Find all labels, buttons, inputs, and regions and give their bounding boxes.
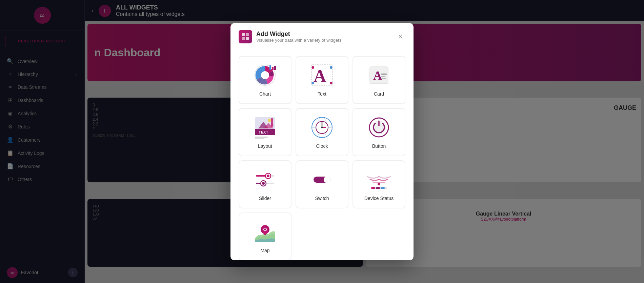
clock-widget-icon — [310, 116, 334, 139]
svg-point-5 — [261, 71, 269, 79]
widget-card-slider[interactable]: Slider — [239, 160, 291, 208]
svg-point-12 — [311, 82, 314, 84]
map-widget-icon — [253, 220, 277, 244]
widget-grid: Chart A — [239, 56, 405, 260]
svg-point-27 — [271, 124, 274, 127]
svg-point-48 — [262, 182, 265, 185]
svg-rect-8 — [274, 66, 276, 70]
modal-subtitle: Visualise your data with a variety of wi… — [256, 38, 341, 43]
modal-close-button[interactable]: × — [395, 32, 405, 42]
svg-rect-17 — [381, 74, 387, 75]
widget-card-switch[interactable]: Switch — [296, 160, 348, 208]
clock-label: Clock — [316, 143, 328, 149]
svg-text:A: A — [373, 69, 382, 82]
svg-rect-1 — [246, 33, 249, 36]
layout-widget-icon: TEXT — [253, 116, 277, 139]
svg-rect-7 — [272, 67, 274, 70]
svg-rect-26 — [271, 118, 273, 125]
modal-title-group: Add Widget Visualise your data with a va… — [256, 31, 341, 43]
text-widget-icon: A — [310, 63, 334, 87]
slider-widget-icon — [253, 168, 277, 191]
svg-text:TEXT: TEXT — [259, 130, 268, 134]
widget-card-chart[interactable]: Chart — [239, 56, 291, 104]
text-label: Text — [318, 91, 326, 97]
widget-card-text[interactable]: A Text — [296, 56, 348, 104]
map-label: Map — [260, 248, 269, 253]
widget-card-device-status[interactable]: Device Status — [353, 160, 405, 208]
chart-label: Chart — [259, 91, 271, 97]
main-content: ‹ f ALL WIDGETS Contains all types of wi… — [85, 0, 644, 283]
card-label: Card — [374, 91, 384, 97]
svg-rect-28 — [255, 137, 268, 138]
svg-rect-0 — [242, 33, 245, 36]
switch-label: Switch — [315, 196, 329, 201]
svg-rect-18 — [381, 76, 385, 77]
svg-rect-55 — [381, 187, 385, 189]
widget-card-card[interactable]: A Card — [353, 56, 405, 104]
svg-point-38 — [321, 126, 323, 128]
svg-point-50 — [324, 176, 330, 183]
widget-card-layout[interactable]: TEXT Layout — [239, 108, 291, 156]
svg-rect-54 — [376, 187, 380, 189]
svg-rect-53 — [371, 187, 375, 189]
widget-card-clock[interactable]: Clock — [296, 108, 348, 156]
modal-title: Add Widget — [256, 31, 341, 38]
svg-rect-29 — [255, 138, 264, 139]
svg-point-59 — [264, 228, 266, 230]
card-widget-icon: A — [367, 63, 391, 87]
modal-overlay[interactable]: Add Widget Visualise your data with a va… — [85, 0, 644, 283]
svg-point-51 — [378, 183, 380, 185]
button-widget-icon — [367, 116, 391, 139]
modal-body: Chart A — [230, 49, 414, 260]
layout-label: Layout — [258, 143, 272, 149]
svg-rect-3 — [246, 37, 249, 40]
svg-point-23 — [268, 119, 271, 122]
add-widget-modal: Add Widget Visualise your data with a va… — [230, 23, 414, 260]
modal-header-icon — [239, 30, 252, 43]
svg-rect-2 — [242, 37, 245, 40]
device-status-widget-icon — [367, 168, 391, 191]
svg-rect-6 — [269, 65, 271, 70]
device-status-label: Device Status — [364, 196, 394, 201]
svg-point-11 — [330, 66, 333, 69]
widget-card-button[interactable]: Button — [353, 108, 405, 156]
svg-rect-19 — [381, 78, 386, 79]
slider-label: Slider — [259, 196, 271, 201]
switch-widget-icon — [310, 168, 334, 191]
modal-header: Add Widget Visualise your data with a va… — [230, 23, 414, 49]
svg-text:A: A — [314, 66, 326, 86]
chart-widget-icon — [253, 63, 277, 87]
svg-point-10 — [311, 66, 314, 69]
button-label: Button — [372, 143, 386, 149]
svg-point-44 — [267, 175, 269, 177]
widget-card-map[interactable]: Map — [239, 213, 291, 260]
svg-point-13 — [330, 82, 333, 84]
